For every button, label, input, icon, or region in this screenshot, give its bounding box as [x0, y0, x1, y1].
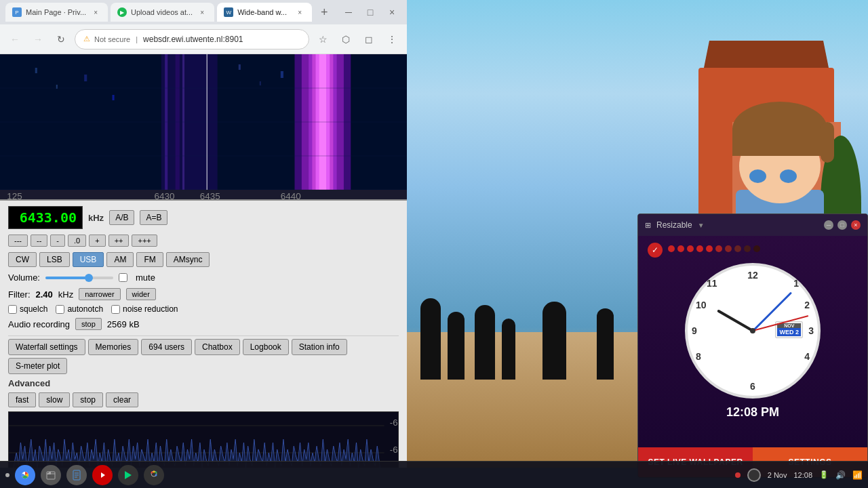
minimize-button[interactable]: ─: [339, 3, 358, 22]
tab2-close[interactable]: ×: [197, 7, 208, 18]
mode-cw[interactable]: CW: [8, 252, 37, 267]
stop-button[interactable]: stop: [73, 392, 103, 407]
mute-checkbox[interactable]: [119, 273, 127, 282]
step-decimal[interactable]: .0: [68, 235, 86, 247]
step-double-plus[interactable]: ++: [108, 235, 130, 247]
svg-rect-18: [260, 81, 261, 85]
widget-content: ✓ 12 3 6 9 1 11 2 4 8 10: [638, 236, 867, 447]
squelch-label[interactable]: squelch: [8, 304, 47, 314]
calendar-month: NOV: [777, 323, 801, 328]
squelch-checkbox[interactable]: [8, 305, 17, 314]
clock-widget: ⊞ Resizable ▼ ─ □ × ✓ 12: [637, 214, 868, 478]
mode-am[interactable]: AM: [106, 252, 134, 267]
svg-text:6430: 6430: [155, 191, 175, 199]
smeter-plot-tab[interactable]: S-meter plot: [8, 358, 67, 374]
profile-button[interactable]: ◻: [359, 30, 378, 49]
menu-button[interactable]: ⋮: [382, 30, 401, 49]
svg-text:6440: 6440: [281, 191, 301, 199]
close-browser-button[interactable]: ×: [382, 3, 401, 22]
step-double-minus[interactable]: --: [31, 235, 47, 247]
browser-window: P Main Page · Priv... × ▶ Upload videos …: [0, 0, 407, 468]
clock-num-10: 10: [696, 300, 707, 310]
station-info-tab[interactable]: Station info: [292, 339, 347, 355]
mode-usb[interactable]: USB: [73, 252, 104, 267]
mode-buttons: CW LSB USB AM FM AMsync: [8, 252, 399, 267]
autonotch-label[interactable]: autonotch: [56, 304, 103, 314]
tab1-favicon: P: [12, 7, 22, 17]
maximize-button[interactable]: □: [361, 3, 380, 22]
logbook-tab[interactable]: Logbook: [243, 339, 289, 355]
dot-5: [706, 245, 713, 252]
widget-minimize-button[interactable]: ─: [824, 220, 833, 230]
autonotch-checkbox[interactable]: [56, 305, 64, 314]
clock-center-dot: [750, 328, 755, 333]
frequency-row: 6433.00 kHz A/B A=B: [8, 206, 399, 229]
chrome-titlebar: P Main Page · Priv... × ▶ Upload videos …: [0, 0, 407, 24]
wider-button[interactable]: wider: [126, 288, 156, 300]
tab-1[interactable]: P Main Page · Priv... ×: [5, 3, 108, 22]
noise-reduction-checkbox[interactable]: [111, 305, 120, 314]
not-secure-label: Not secure: [94, 35, 130, 43]
reload-button[interactable]: ↻: [52, 30, 71, 49]
youtube-icon[interactable]: [92, 465, 113, 485]
tab1-close[interactable]: ×: [90, 7, 101, 18]
widget-maximize-button[interactable]: □: [837, 220, 847, 230]
checkboxes-row: squelch autonotch noise reduction: [8, 304, 399, 314]
waterfall-settings-tab[interactable]: Waterfall settings: [8, 339, 85, 355]
play-store-icon[interactable]: [118, 465, 138, 485]
svg-rect-16: [113, 95, 115, 100]
users-tab[interactable]: 694 users: [141, 339, 192, 355]
widget-close-button[interactable]: ×: [851, 220, 861, 230]
clock-num-4: 4: [804, 351, 810, 362]
slow-button[interactable]: slow: [39, 392, 70, 407]
step-minus[interactable]: -: [50, 235, 65, 247]
dot-10: [753, 245, 760, 252]
tab2-playing-icon: ▶: [117, 7, 127, 17]
memories-tab[interactable]: Memories: [88, 339, 139, 355]
volume-label: Volume:: [8, 272, 40, 283]
mode-amsync[interactable]: AMsync: [166, 252, 210, 267]
fast-button[interactable]: fast: [8, 392, 36, 407]
chrome-icon[interactable]: [15, 465, 35, 485]
step-triple-plus[interactable]: +++: [132, 235, 157, 247]
svg-rect-17: [239, 64, 241, 70]
files-icon[interactable]: [41, 465, 61, 485]
dot-9: [744, 245, 751, 252]
stop-recording-button[interactable]: stop: [75, 318, 102, 330]
step-triple-minus[interactable]: ---: [8, 235, 28, 247]
step-plus[interactable]: +: [89, 235, 105, 247]
new-tab-button[interactable]: +: [315, 3, 334, 22]
svg-point-67: [153, 470, 155, 472]
svg-rect-4: [165, 54, 167, 199]
paint-icon[interactable]: [144, 465, 164, 485]
mode-fm[interactable]: FM: [136, 252, 163, 267]
widget-title: Resizable: [656, 220, 692, 230]
chatbox-tab[interactable]: Chatbox: [195, 339, 240, 355]
tab3-close[interactable]: ×: [294, 7, 305, 18]
volume-slider[interactable]: [45, 277, 113, 279]
back-button[interactable]: ←: [5, 30, 24, 49]
frequency-unit: kHz: [88, 213, 104, 223]
noise-reduction-label[interactable]: noise reduction: [111, 304, 178, 314]
tab-2[interactable]: ▶ Upload videos at... ×: [111, 3, 214, 22]
recording-row: Audio recording stop 2569 kB: [8, 318, 399, 330]
waterfall-display: 6435 125 6430 6435 6440: [0, 54, 407, 199]
tab-3[interactable]: W Wide-band w... ×: [217, 3, 312, 22]
extensions-button[interactable]: ⬡: [336, 30, 355, 49]
dot-4: [696, 245, 703, 252]
forward-button[interactable]: →: [28, 30, 47, 49]
docs-icon[interactable]: [66, 465, 87, 485]
bookmark-button[interactable]: ☆: [313, 30, 332, 49]
tab3-label: Wide-band w...: [237, 8, 287, 16]
ab-equal-button[interactable]: A=B: [140, 210, 167, 225]
narrower-button[interactable]: narrower: [79, 288, 120, 300]
clear-button[interactable]: clear: [106, 392, 138, 407]
ab-toggle-button[interactable]: A/B: [109, 210, 134, 225]
calendar-day: WED 2: [777, 328, 801, 336]
frequency-display[interactable]: 6433.00: [8, 206, 83, 229]
dot-7: [725, 245, 732, 252]
svg-rect-6: [182, 54, 184, 199]
url-bar[interactable]: ⚠ Not secure | websdr.ewi.utwente.nl:890…: [75, 29, 309, 49]
mode-lsb[interactable]: LSB: [39, 252, 70, 267]
wifi-icon: 📶: [852, 470, 863, 480]
